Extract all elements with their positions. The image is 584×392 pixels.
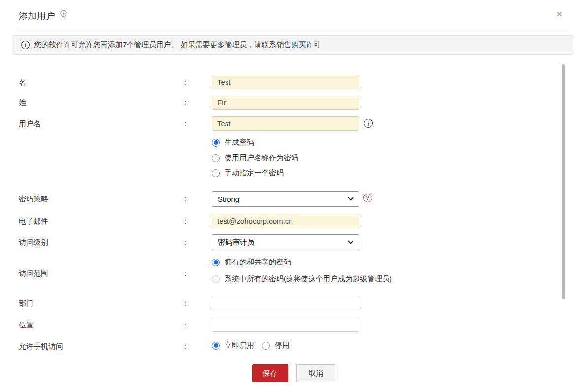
info-icon: i bbox=[21, 41, 30, 49]
access-scope-label: 访问范围 bbox=[19, 269, 48, 278]
radio-dot bbox=[212, 342, 220, 350]
radio-label: 系统中所有的密码(这将使这个用户成为超级管理员) bbox=[225, 274, 392, 284]
last-name-label: 姓 bbox=[19, 98, 26, 108]
radio-dot bbox=[212, 139, 220, 147]
radio-dot bbox=[212, 259, 220, 266]
radio-owned-shared-passwords[interactable]: 拥有的和共享的密码 bbox=[212, 258, 291, 267]
cancel-button[interactable]: 取消 bbox=[296, 364, 335, 382]
access-level-select[interactable]: 密码审计员 bbox=[212, 234, 359, 250]
add-user-dialog: 添加用户 ✕ i 您的软件许可允许您再添加7个管理员用户。 如果需要更多管理员，… bbox=[0, 0, 584, 392]
buy-license-link[interactable]: 购买许可 bbox=[292, 40, 321, 50]
chevron-down-icon bbox=[348, 240, 354, 244]
radio-label: 拥有的和共享的密码 bbox=[225, 258, 291, 267]
location-input[interactable] bbox=[212, 318, 359, 332]
location-label: 位置 bbox=[19, 321, 33, 330]
lightbulb-hint-icon[interactable] bbox=[60, 10, 67, 22]
email-input[interactable] bbox=[212, 214, 359, 228]
radio-label: 手动指定一个密码 bbox=[225, 168, 284, 178]
radio-label: 生成密码 bbox=[225, 138, 254, 147]
radio-all-passwords-superadmin[interactable]: 系统中所有的密码(这将使这个用户成为超级管理员) bbox=[212, 274, 392, 284]
username-info-icon[interactable]: i bbox=[364, 119, 373, 128]
department-input[interactable] bbox=[212, 296, 359, 310]
colon: : bbox=[184, 119, 186, 128]
chevron-down-icon bbox=[348, 197, 354, 201]
colon: : bbox=[184, 299, 186, 307]
colon: : bbox=[184, 321, 186, 329]
selected-option: 密码审计员 bbox=[218, 238, 255, 247]
colon: : bbox=[184, 98, 186, 107]
radio-label: 立即启用 bbox=[225, 341, 254, 350]
license-info-banner: i 您的软件许可允许您再添加7个管理员用户。 如果需要更多管理员，请联系销售购买… bbox=[12, 35, 573, 55]
radio-generate-password[interactable]: 生成密码 bbox=[212, 138, 254, 147]
colon: : bbox=[184, 217, 186, 225]
mobile-access-label: 允许手机访问 bbox=[19, 342, 63, 351]
header-divider bbox=[19, 28, 569, 28]
radio-label: 使用用户名称作为密码 bbox=[225, 153, 298, 163]
colon: : bbox=[184, 238, 186, 246]
colon: : bbox=[184, 269, 186, 277]
password-policy-select[interactable]: Strong bbox=[212, 191, 359, 207]
access-level-label: 访问级别 bbox=[19, 238, 48, 247]
radio-manual-password[interactable]: 手动指定一个密码 bbox=[212, 168, 284, 178]
email-label: 电子邮件 bbox=[19, 217, 48, 226]
colon: : bbox=[184, 195, 186, 203]
department-label: 部门 bbox=[19, 299, 33, 308]
radio-dot bbox=[212, 275, 220, 283]
radio-label: 停用 bbox=[275, 341, 290, 350]
radio-username-as-password[interactable]: 使用用户名称作为密码 bbox=[212, 153, 298, 163]
selected-option: Strong bbox=[218, 195, 239, 203]
first-name-label: 名 bbox=[19, 78, 26, 87]
last-name-input[interactable] bbox=[212, 96, 359, 110]
colon: : bbox=[184, 342, 186, 350]
page-title: 添加用户 bbox=[19, 10, 55, 22]
colon: : bbox=[184, 78, 186, 86]
password-policy-help-icon[interactable]: ? bbox=[363, 194, 372, 202]
username-input[interactable] bbox=[212, 116, 359, 131]
radio-disable[interactable]: 停用 bbox=[262, 341, 290, 350]
dialog-header: 添加用户 bbox=[19, 9, 67, 22]
radio-dot bbox=[262, 342, 270, 350]
scrollbar-thumb[interactable] bbox=[562, 64, 565, 299]
license-info-text: 您的软件许可允许您再添加7个管理员用户。 如果需要更多管理员，请联系销售 bbox=[34, 40, 292, 50]
username-label: 用户名 bbox=[19, 119, 41, 129]
radio-enable-now[interactable]: 立即启用 bbox=[212, 341, 254, 350]
password-policy-label: 密码策略 bbox=[19, 195, 48, 204]
radio-dot bbox=[212, 154, 220, 162]
save-button[interactable]: 保存 bbox=[252, 364, 288, 382]
first-name-input[interactable] bbox=[212, 75, 359, 89]
radio-dot bbox=[212, 169, 220, 177]
close-icon[interactable]: ✕ bbox=[556, 10, 563, 18]
